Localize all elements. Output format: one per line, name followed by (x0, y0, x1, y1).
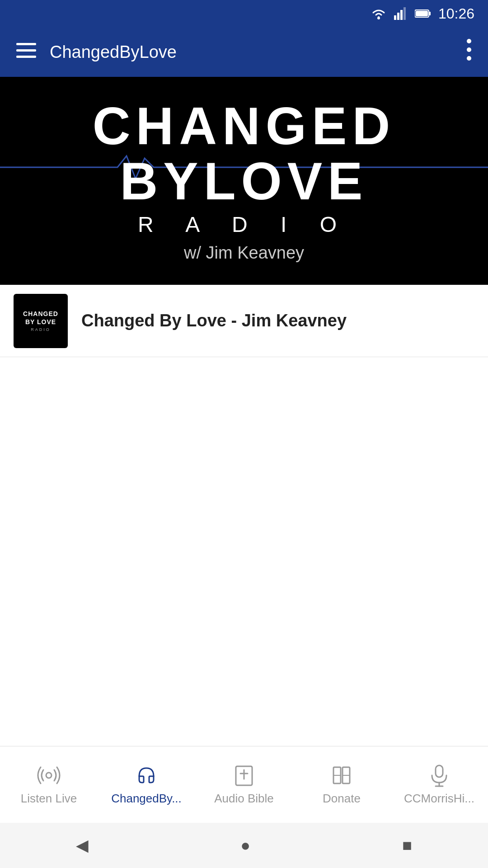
svg-point-12 (467, 47, 471, 52)
svg-point-16 (46, 773, 52, 778)
android-nav: ◀ ● ■ (0, 823, 488, 868)
microphone-icon (427, 764, 451, 787)
nav-label-ccmorrishil: CCMorrisHi... (404, 792, 474, 806)
android-back-button[interactable]: ◀ (76, 836, 89, 855)
nav-item-donate[interactable]: Donate (293, 764, 390, 806)
svg-rect-4 (404, 7, 406, 20)
hero-line1: CHANGED (93, 99, 395, 154)
status-time: 10:26 (438, 5, 474, 22)
wifi-icon (371, 7, 387, 20)
hero-title-container: CHANGED BYLOVE R A D I O w/ Jim Keavney (93, 99, 395, 263)
svg-rect-3 (400, 10, 403, 20)
bottom-nav: Listen Live ChangedBy... Audio Bible Don… (0, 746, 488, 823)
headphones-icon (135, 764, 158, 787)
hero-line3: R A D I O (138, 212, 350, 237)
nav-label-changedby: ChangedBy... (111, 792, 182, 806)
svg-rect-1 (394, 15, 396, 20)
svg-rect-8 (16, 43, 36, 45)
nav-item-ccmorrishil[interactable]: CCMorrisHi... (390, 764, 488, 806)
nav-item-listen-live[interactable]: Listen Live (0, 764, 98, 806)
nav-label-listen-live: Listen Live (21, 792, 77, 806)
nav-item-audio-bible[interactable]: Audio Bible (195, 764, 293, 806)
hamburger-icon[interactable] (16, 42, 36, 61)
nav-item-changedby[interactable]: ChangedBy... (98, 764, 195, 806)
hero-subtitle: w/ Jim Keavney (184, 243, 304, 263)
overflow-menu-icon[interactable] (466, 38, 472, 66)
svg-rect-9 (16, 49, 36, 52)
broadcast-icon (37, 764, 61, 787)
svg-point-0 (377, 17, 380, 19)
svg-rect-7 (416, 11, 428, 16)
android-home-button[interactable]: ● (240, 836, 250, 855)
status-bar: 10:26 (0, 0, 488, 27)
item-thumbnail: CHANGED BY LOVE RADIO (14, 294, 68, 348)
signal-icon (394, 7, 408, 20)
nav-label-audio-bible: Audio Bible (214, 792, 274, 806)
hero-line2: BYLOVE (120, 154, 368, 209)
status-icons: 10:26 (371, 5, 474, 22)
main-content (0, 357, 488, 755)
station-item-row[interactable]: CHANGED BY LOVE RADIO Changed By Love - … (0, 285, 488, 357)
hero-banner: CHANGED BYLOVE R A D I O w/ Jim Keavney (0, 77, 488, 285)
thumb-bylove: BY LOVE (25, 318, 56, 326)
station-title: Changed By Love - Jim Keavney (81, 311, 347, 330)
thumb-radio: RADIO (31, 327, 51, 332)
svg-rect-2 (397, 13, 399, 20)
svg-rect-24 (436, 765, 443, 777)
svg-rect-10 (16, 56, 36, 58)
android-recents-button[interactable]: ■ (402, 836, 412, 855)
battery-icon (415, 9, 431, 19)
app-bar: ChangedByLove (0, 27, 488, 77)
thumb-changed: CHANGED (23, 310, 58, 318)
svg-rect-6 (429, 12, 431, 15)
svg-point-11 (467, 39, 471, 43)
app-title: ChangedByLove (50, 42, 453, 62)
nav-label-donate: Donate (323, 792, 361, 806)
book-cross-icon (232, 764, 256, 787)
book-open-icon (330, 764, 353, 787)
svg-point-13 (467, 56, 471, 61)
